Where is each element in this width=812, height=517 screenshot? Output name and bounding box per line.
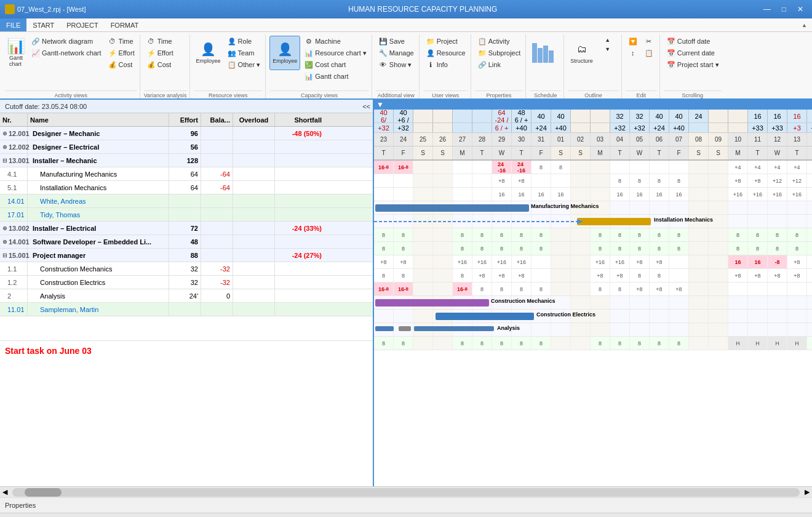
title-file: 07_West_2.rpj - [West]	[17, 6, 86, 13]
gantt-cell: 8	[591, 242, 610, 255]
cell-nr: ⊕12.002	[0, 140, 28, 153]
gantt-bar-manufacturing	[375, 204, 529, 212]
gantt-cell	[768, 310, 787, 323]
table-row[interactable]: 5.1 Installation Mechanics 64 -64	[0, 181, 373, 194]
structure-icon: 🗂	[575, 42, 589, 57]
table-row[interactable]: 1.1 Construction Mechanics 32 -32	[0, 262, 373, 276]
gantt-chart-button[interactable]: 📊 Ganttchart	[5, 36, 27, 70]
cell-shortfall	[275, 194, 324, 207]
employee-resource-icon: 👤	[201, 42, 216, 57]
other-icon: 📋	[227, 60, 237, 70]
role-button[interactable]: 👤 Role	[225, 36, 263, 47]
gantt-cell	[512, 215, 531, 228]
link-button[interactable]: 🔗 Link	[475, 59, 523, 70]
horizontal-scrollbar[interactable]	[12, 488, 800, 497]
cell-overload	[233, 303, 275, 316]
table-row[interactable]: ⊕13.002 Installer – Electrical 72 -24 (3…	[0, 222, 373, 235]
gantt-cell: +8	[650, 283, 669, 295]
cost-button[interactable]: 💰 Cost	[105, 59, 137, 70]
cell-balance	[201, 127, 233, 140]
cell-name: Installer – Mechanic	[28, 154, 169, 167]
cell-overload	[233, 127, 275, 140]
gantt-cell	[689, 255, 709, 268]
gantt-cell	[709, 255, 728, 268]
team-button[interactable]: 👥 Team	[225, 47, 263, 58]
cell-shortfall	[275, 167, 324, 180]
gantt-cell	[650, 161, 669, 174]
table-row[interactable]: 4.1 Manufacturing Mechanics 64 -64	[0, 167, 373, 181]
outline-down-button[interactable]: ▼	[597, 45, 619, 54]
table-row[interactable]: ⊟13.001 Installer – Mechanic 128	[0, 154, 373, 167]
scroll-area[interactable]: ◀ ▶	[0, 486, 812, 497]
gantt-cell	[768, 201, 787, 214]
effort-button[interactable]: ⚡ Effort	[105, 47, 137, 58]
save-button[interactable]: 💾 Save	[376, 36, 416, 47]
table-row[interactable]: 17.01 Tidy, Thomas	[0, 208, 373, 222]
info-button[interactable]: ℹ Info	[423, 59, 468, 70]
table-row[interactable]: 14.01 White, Andreas	[0, 194, 373, 208]
gantt-cell	[374, 310, 394, 323]
structure-button[interactable]: 🗂 Structure	[568, 36, 595, 70]
ribbon-collapse-btn[interactable]: ▲	[802, 22, 807, 28]
time-button[interactable]: ⏱ Time	[105, 36, 137, 47]
cell-effort	[169, 303, 201, 316]
menu-file[interactable]: FILE	[0, 18, 26, 31]
gantt-cell	[689, 161, 709, 174]
scroll-left-button[interactable]: ◀	[0, 488, 10, 496]
minimize-button[interactable]: —	[760, 4, 774, 15]
menu-format[interactable]: FORMAT	[105, 18, 145, 31]
table-row[interactable]: 2 Analysis 24' 0	[0, 289, 373, 303]
date-cell: 26	[433, 133, 453, 146]
resource-button[interactable]: 👤 Resource	[423, 47, 468, 58]
table-row[interactable]: ⊕12.002 Designer – Electrical 56	[0, 140, 373, 154]
menu-project[interactable]: PROJECT	[60, 18, 104, 31]
resource-chart-button[interactable]: 📊 Resource chart ▾	[301, 47, 369, 58]
table-row[interactable]: ⊕12.001 Designer – Mechanic 96 -48 (50%)	[0, 127, 373, 140]
table-row[interactable]: ⊟15.001 Project manager 88 -24 (27%)	[0, 249, 373, 262]
current-date-button[interactable]: 📅 Current date	[664, 47, 722, 58]
table-row[interactable]: ⊕14.001 Software Developer – Embedded Li…	[0, 235, 373, 249]
copy-button[interactable]: 📋	[642, 47, 656, 58]
table-row[interactable]: 11.01 Sampleman, Martin	[0, 303, 373, 316]
variance-time-button[interactable]: ⏱ Time	[144, 36, 176, 47]
cost-chart-button[interactable]: 💹 Cost chart	[301, 59, 369, 70]
gantt-row: 16-8 16-8 16-8 8 8 8 8 8 8 +8 +8 +8	[374, 283, 812, 296]
activity-button[interactable]: 📋 Activity	[475, 36, 523, 47]
scroll-right-button[interactable]: ▶	[802, 488, 812, 496]
gantt-network-button[interactable]: 📈 Gantt-network chart	[28, 47, 104, 58]
close-button[interactable]: ✕	[794, 4, 807, 15]
link-label: Link	[488, 61, 501, 68]
project-start-button[interactable]: 📅 Project start ▾	[664, 59, 722, 70]
network-diagram-button[interactable]: 🔗 Network diagram	[28, 36, 104, 47]
show-button[interactable]: 👁 Show ▾	[376, 59, 416, 70]
maximize-button[interactable]: □	[778, 4, 790, 15]
cell-nr: 2	[0, 289, 28, 302]
table-row[interactable]: 1.2 Construction Electrics 32 -32	[0, 276, 373, 289]
other-button[interactable]: 📋 Other ▾	[225, 59, 263, 70]
project-button[interactable]: 📁 Project	[423, 36, 468, 47]
header-name: Name	[28, 113, 169, 126]
variance-effort-button[interactable]: ⚡ Effort	[144, 47, 176, 58]
sort-button[interactable]: ↕	[626, 47, 640, 58]
subproject-button[interactable]: 📁 Subproject	[475, 47, 523, 58]
employee-capacity-button[interactable]: 👤 Employee	[269, 36, 300, 70]
variance-cost-button[interactable]: 💰 Cost	[144, 59, 176, 70]
gantt-cell	[728, 201, 748, 214]
outline-up-button[interactable]: ▲	[597, 36, 619, 44]
menu-start[interactable]: START	[26, 18, 60, 31]
cell-shortfall	[275, 289, 324, 302]
cut-button[interactable]: ✂	[642, 36, 656, 47]
gantt-chart-cap-button[interactable]: 📊 Gantt chart	[301, 71, 369, 82]
employee-resource-button[interactable]: 👤 Employee	[194, 36, 223, 70]
gantt-cell: 8	[374, 228, 394, 241]
collapse-arrow[interactable]: <<	[362, 103, 370, 110]
machine-button[interactable]: ⚙ Machine	[301, 36, 369, 47]
gantt-cell	[669, 296, 689, 309]
cutoff-date-button[interactable]: 📅 Cutoff date	[664, 36, 722, 47]
gantt-cell: 8	[472, 283, 492, 295]
filter-button[interactable]: 🔽	[626, 36, 640, 47]
schedule-button[interactable]	[530, 36, 556, 70]
manage-button[interactable]: 🔧 Manage	[376, 47, 416, 58]
scrollbar-thumb[interactable]	[25, 488, 62, 497]
gantt-cell	[630, 296, 650, 309]
